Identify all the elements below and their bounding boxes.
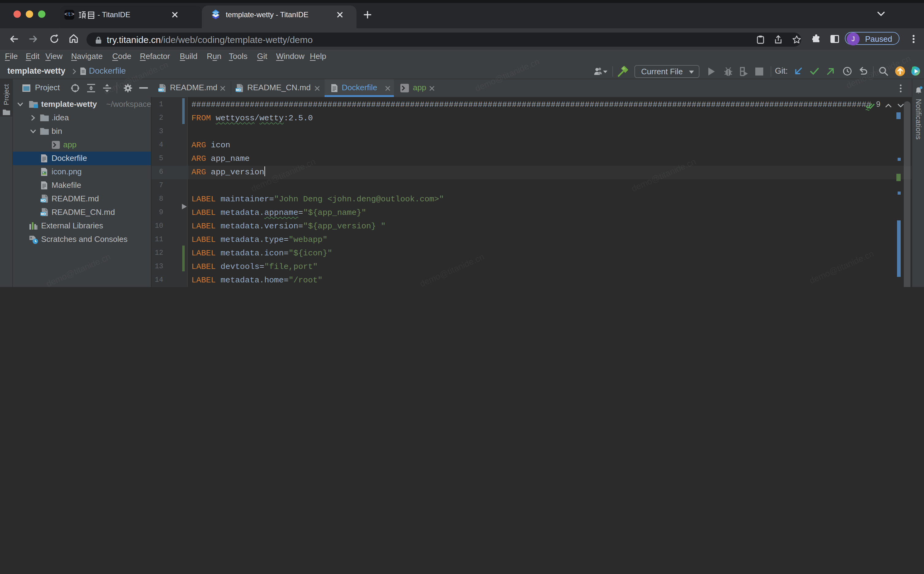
- svg-text:MD: MD: [41, 212, 46, 216]
- svg-text:MD: MD: [159, 88, 164, 92]
- svg-text:MD: MD: [41, 198, 46, 202]
- svg-text:MD: MD: [236, 88, 241, 92]
- svg-text:</>: </>: [213, 11, 218, 14]
